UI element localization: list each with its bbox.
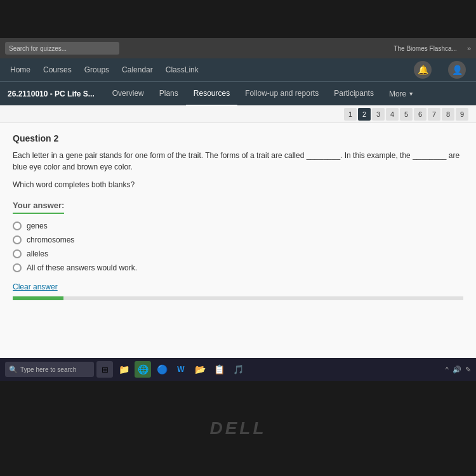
canvas-nav: Home Courses Groups Calendar ClassLink 🔔… xyxy=(0,58,476,81)
question-number: Question 2 xyxy=(13,133,463,143)
page-btn-4[interactable]: 4 xyxy=(386,108,399,121)
browser-link[interactable]: The Biomes Flashca... xyxy=(393,45,456,52)
taskbar-search[interactable]: 🔍 Type here to search xyxy=(5,362,94,377)
more-button[interactable]: More ▼ xyxy=(381,82,421,106)
option-genes-label: genes xyxy=(27,221,48,230)
bottom-divider xyxy=(13,296,463,300)
chrome-icon: 🌐 xyxy=(138,364,149,374)
more-label: More xyxy=(389,89,406,98)
option-all-label: All of these answers would work. xyxy=(27,263,137,272)
course-title[interactable]: 26.2110010 - PC Life S... xyxy=(8,89,95,98)
page-btn-9[interactable]: 9 xyxy=(456,108,468,121)
course-nav: 26.2110010 - PC Life S... Overview Plans… xyxy=(0,81,476,105)
nav-participants[interactable]: Participants xyxy=(326,82,381,106)
pagination-bar: 1 2 3 4 5 6 7 8 9 xyxy=(0,105,476,123)
page-btn-5[interactable]: 5 xyxy=(400,108,413,121)
taskbar-media-icon[interactable]: 🎵 xyxy=(230,361,246,378)
option-alleles-label: alleles xyxy=(27,249,48,258)
taskbar-explorer-icon[interactable]: 📂 xyxy=(192,361,208,378)
volume-icon[interactable]: 🔊 xyxy=(453,366,461,374)
page-btn-1[interactable]: 1 xyxy=(344,108,357,121)
chevron-down-icon: ▼ xyxy=(408,91,414,97)
user-icon: 👤 xyxy=(452,65,463,75)
answer-options: genes chromosomes alleles All of these a… xyxy=(13,221,463,272)
radio-genes[interactable] xyxy=(13,221,22,230)
radio-chromosomes[interactable] xyxy=(13,235,22,244)
bell-icon: 🔔 xyxy=(418,65,428,75)
taskbar-windows-icon[interactable]: ⊞ xyxy=(96,361,113,378)
nav-resources[interactable]: Resources xyxy=(186,82,237,106)
dell-logo: DELL xyxy=(209,418,266,439)
media-icon: 🎵 xyxy=(233,364,244,374)
radio-alleles[interactable] xyxy=(13,249,22,258)
page-btn-3[interactable]: 3 xyxy=(372,108,385,121)
question-text: Each letter in a gene pair stands for on… xyxy=(13,150,463,173)
radio-all[interactable] xyxy=(13,263,22,272)
nav-calendar[interactable]: Calendar xyxy=(122,65,153,74)
option-all[interactable]: All of these answers would work. xyxy=(13,263,463,272)
page-btn-7[interactable]: 7 xyxy=(428,108,440,121)
main-content: Question 2 Each letter in a gene pair st… xyxy=(0,123,476,381)
which-word-text: Which word completes both blanks? xyxy=(13,180,463,189)
explorer-icon: 📂 xyxy=(195,364,206,374)
address-bar[interactable]: Search for quizzes... xyxy=(5,42,119,55)
page-btn-2[interactable]: 2 xyxy=(358,108,371,121)
browser-bar: Search for quizzes... The Biomes Flashca… xyxy=(0,38,476,58)
option-genes[interactable]: genes xyxy=(13,221,463,230)
nav-courses[interactable]: Courses xyxy=(43,65,72,74)
nav-home[interactable]: Home xyxy=(10,65,30,74)
taskbar-edge-icon[interactable]: 🔵 xyxy=(154,361,170,378)
screen-wrapper: Search for quizzes... The Biomes Flashca… xyxy=(0,38,476,381)
edge-icon: 🔵 xyxy=(157,364,168,374)
network-icon[interactable]: ✎ xyxy=(465,366,471,374)
answer-label: Your answer: xyxy=(13,201,64,214)
dell-area: DELL xyxy=(0,381,476,476)
nav-overview[interactable]: Overview xyxy=(105,82,152,106)
bottom-bar-green xyxy=(13,296,63,300)
taskbar-search-label: Type here to search xyxy=(20,366,76,373)
top-dark-area xyxy=(0,0,476,38)
notepad-icon: 📋 xyxy=(214,364,225,374)
user-avatar[interactable]: 👤 xyxy=(448,61,466,79)
folder-icon: 📁 xyxy=(119,364,129,374)
clear-answer-link[interactable]: Clear answer xyxy=(13,282,463,291)
sys-caret-icon: ^ xyxy=(446,366,449,373)
option-chromosomes-label: chromosomes xyxy=(27,235,74,244)
nav-plans[interactable]: Plans xyxy=(152,82,186,106)
taskbar-notepad-icon[interactable]: 📋 xyxy=(211,361,227,378)
search-icon: 🔍 xyxy=(9,366,18,374)
taskbar-files-icon[interactable]: 📁 xyxy=(116,361,132,378)
taskbar-sys: ^ 🔊 ✎ xyxy=(446,366,471,374)
address-text: Search for quizzes... xyxy=(9,45,67,52)
nav-groups[interactable]: Groups xyxy=(84,65,109,74)
nav-followup[interactable]: Follow-up and reports xyxy=(237,82,326,106)
windows-icon: ⊞ xyxy=(102,365,109,374)
page-btn-6[interactable]: 6 xyxy=(414,108,426,121)
option-chromosomes[interactable]: chromosomes xyxy=(13,235,463,244)
nav-classlink[interactable]: ClassLink xyxy=(166,65,199,74)
taskbar-chrome-icon[interactable]: 🌐 xyxy=(135,361,151,378)
taskbar-word-icon[interactable]: W xyxy=(173,361,189,378)
expand-icon: » xyxy=(467,44,471,52)
taskbar: 🔍 Type here to search ⊞ 📁 🌐 🔵 W 📂 📋 🎵 ^ … xyxy=(0,358,476,381)
page-btn-8[interactable]: 8 xyxy=(442,108,454,121)
notification-bell[interactable]: 🔔 xyxy=(414,61,432,79)
option-alleles[interactable]: alleles xyxy=(13,249,463,258)
